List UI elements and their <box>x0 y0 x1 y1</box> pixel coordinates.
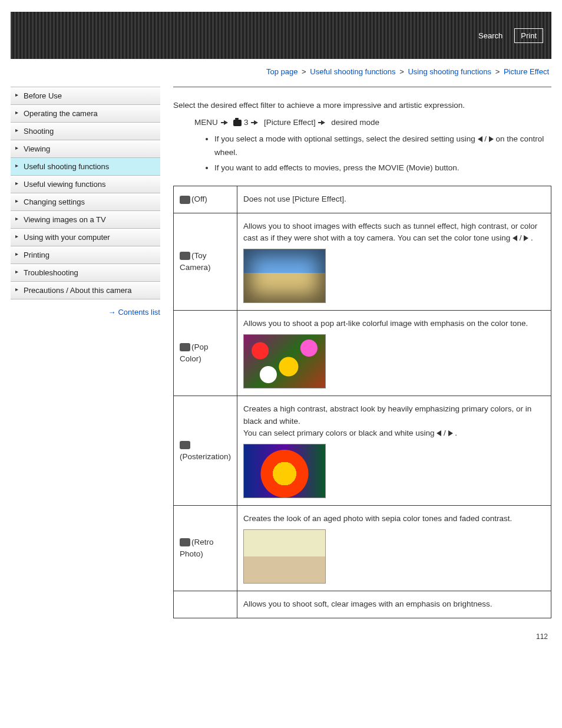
cell-pop-name: (Pop Color) <box>174 311 237 396</box>
triangle-left-icon <box>437 430 441 436</box>
arrow-right-icon <box>224 120 228 125</box>
row-pop: (Pop Color) Allows you to shoot a pop ar… <box>174 311 551 396</box>
contents-list-link[interactable]: Contents list <box>118 308 160 317</box>
print-button[interactable]: Print <box>514 28 543 43</box>
menu-label: MENU <box>194 118 218 127</box>
triangle-right-icon <box>448 430 453 436</box>
effects-table: (Off) Does not use [Picture Effect]. (To… <box>173 186 551 618</box>
poster-desc-b: You can select primary colors or black a… <box>243 429 437 437</box>
cell-off-name: (Off) <box>174 186 237 213</box>
pop-icon <box>180 343 190 351</box>
toy-sample-image <box>243 249 326 303</box>
slash: / <box>520 233 524 242</box>
sidebar-item-useful-viewing[interactable]: Useful viewing functions <box>11 176 160 193</box>
cell-soft-name <box>174 591 237 618</box>
sidebar-item-viewing[interactable]: Viewing <box>11 140 160 158</box>
sidebar-item-computer[interactable]: Using with your computer <box>11 229 160 246</box>
breadcrumb: Top page > Useful shooting functions > U… <box>13 67 549 76</box>
off-icon <box>180 196 190 204</box>
row-poster: (Posterization) Creates a high contrast,… <box>174 396 551 506</box>
sidebar-item-changing-settings[interactable]: Changing settings <box>11 193 160 211</box>
sidebar-item-troubleshooting[interactable]: Troubleshooting <box>11 264 160 282</box>
breadcrumb-l2[interactable]: Using shooting functions <box>408 67 491 76</box>
sidebar-nav: Before Use Operating the camera Shooting… <box>11 87 160 299</box>
row-retro: (Retro Photo) Creates the look of an age… <box>174 506 551 591</box>
toy-desc-b: . <box>531 233 533 242</box>
breadcrumb-l1[interactable]: Useful shooting functions <box>310 67 395 76</box>
menu-path: MENU 3 [Picture Effect] desired mode <box>194 118 551 127</box>
sidebar-item-precautions[interactable]: Precautions / About this camera <box>11 282 160 299</box>
triangle-left-icon <box>513 235 517 241</box>
page-number: 112 <box>173 633 551 641</box>
row-soft: Allows you to shoot soft, clear images w… <box>174 591 551 618</box>
poster-name: (Posterization) <box>180 452 231 461</box>
intro-text: Select the desired effect filter to achi… <box>173 99 551 112</box>
menu-dm: desired mode <box>331 118 379 127</box>
pop-desc: Allows you to shoot a pop art-like color… <box>243 319 528 328</box>
poster-icon <box>180 441 190 449</box>
menu-pe: [Picture Effect] <box>264 118 316 127</box>
poster-sample-image <box>243 444 326 498</box>
cell-retro-name: (Retro Photo) <box>174 506 237 591</box>
toy-icon <box>180 252 190 260</box>
sidebar: Before Use Operating the camera Shooting… <box>11 87 160 317</box>
slash: / <box>484 134 489 143</box>
breadcrumb-current[interactable]: Picture Effect <box>504 67 549 76</box>
retro-desc: Creates the look of an aged photo with s… <box>243 514 512 523</box>
slash: / <box>444 429 448 437</box>
toy-desc-a: Allows you to shoot images with effects … <box>243 222 537 242</box>
bullet-1-text-a: If you select a mode with optional setti… <box>214 134 478 143</box>
row-off: (Off) Does not use [Picture Effect]. <box>174 186 551 213</box>
sidebar-item-useful-shooting[interactable]: Useful shooting functions <box>11 158 160 176</box>
sidebar-item-tv[interactable]: Viewing images on a TV <box>11 211 160 229</box>
triangle-right-icon <box>524 235 528 241</box>
sidebar-item-operating[interactable]: Operating the camera <box>11 105 160 123</box>
cell-poster-desc: Creates a high contrast, abstract look b… <box>237 396 551 506</box>
off-name: (Off) <box>191 195 207 203</box>
bullet-2: If you want to add effects to movies, pr… <box>214 162 551 175</box>
camera-icon <box>233 120 242 126</box>
cell-toy-name: (Toy Camera) <box>174 213 237 311</box>
poster-desc-a: Creates a high contrast, abstract look b… <box>243 404 531 425</box>
pop-sample-image <box>243 334 326 388</box>
sidebar-item-printing[interactable]: Printing <box>11 246 160 264</box>
cell-off-desc: Does not use [Picture Effect]. <box>237 186 551 213</box>
bullet-1: If you select a mode with optional setti… <box>214 133 551 160</box>
header-banner: Search Print <box>11 12 551 59</box>
retro-sample-image <box>243 529 326 584</box>
arrow-right-icon: → <box>108 308 115 317</box>
row-toy: (Toy Camera) Allows you to shoot images … <box>174 213 551 311</box>
cell-pop-desc: Allows you to shoot a pop art-like color… <box>237 311 551 396</box>
cell-soft-desc: Allows you to shoot soft, clear images w… <box>237 591 551 618</box>
sidebar-item-before-use[interactable]: Before Use <box>11 87 160 105</box>
cell-toy-desc: Allows you to shoot images with effects … <box>237 213 551 311</box>
divider <box>173 87 551 87</box>
poster-desc-c: . <box>455 429 457 437</box>
cell-poster-name: (Posterization) <box>174 396 237 506</box>
contents-list-link-wrap: →Contents list <box>11 308 160 317</box>
sidebar-item-shooting[interactable]: Shooting <box>11 123 160 140</box>
bullet-list: If you select a mode with optional setti… <box>214 133 551 176</box>
triangle-right-icon <box>489 136 494 142</box>
arrow-right-icon <box>254 120 258 125</box>
main-content: Select the desired effect filter to achi… <box>173 87 551 641</box>
cell-retro-desc: Creates the look of an aged photo with s… <box>237 506 551 591</box>
arrow-right-icon <box>321 120 325 125</box>
breadcrumb-top[interactable]: Top page <box>266 67 298 76</box>
search-button[interactable]: Search <box>472 29 508 42</box>
menu-num: 3 <box>244 118 249 127</box>
triangle-left-icon <box>478 136 482 142</box>
retro-icon <box>180 538 190 546</box>
